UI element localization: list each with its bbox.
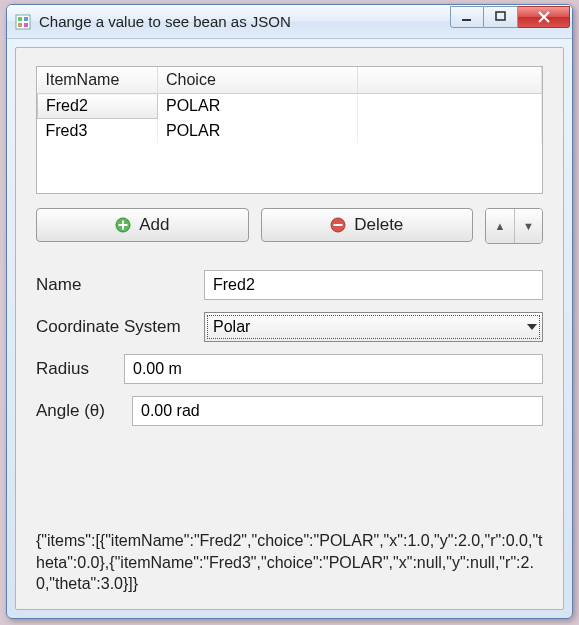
svg-rect-1 — [18, 17, 22, 21]
minimize-icon — [461, 11, 473, 23]
chevron-down-icon: ▼ — [523, 220, 534, 232]
add-button-label: Add — [139, 215, 169, 235]
svg-rect-3 — [18, 23, 22, 27]
svg-rect-5 — [462, 19, 471, 21]
app-icon — [15, 14, 31, 30]
add-button[interactable]: Add — [36, 208, 249, 242]
minimize-button[interactable] — [450, 6, 484, 28]
column-header-spacer — [358, 67, 542, 94]
svg-rect-4 — [24, 23, 28, 27]
name-field[interactable] — [204, 270, 543, 300]
column-header-choice[interactable]: Choice — [158, 67, 358, 94]
radius-field[interactable] — [124, 354, 543, 384]
form: Name Coordinate System Polar Radius Angl… — [36, 270, 543, 426]
cell-itemname[interactable]: Fred3 — [38, 119, 158, 144]
svg-rect-2 — [24, 17, 28, 21]
coordinate-system-select[interactable]: Polar — [204, 312, 543, 342]
add-icon — [115, 217, 131, 233]
delete-button[interactable]: Delete — [261, 208, 474, 242]
window-title: Change a value to see bean as JSON — [39, 13, 450, 30]
svg-rect-11 — [119, 224, 128, 226]
cell-choice[interactable]: POLAR — [158, 119, 358, 144]
chevron-down-icon — [527, 324, 537, 330]
coordinate-system-value: Polar — [213, 318, 250, 336]
cell-itemname[interactable]: Fred2 — [38, 94, 158, 119]
table-row[interactable]: Fred2 POLAR — [38, 94, 542, 119]
reorder-spinner: ▲ ▼ — [485, 208, 543, 244]
maximize-icon — [495, 11, 507, 23]
radius-label: Radius — [36, 359, 124, 379]
json-output: {"items":[{"itemName":"Fred2","choice":"… — [36, 530, 543, 595]
window-frame: Change a value to see bean as JSON Ite — [6, 4, 573, 619]
angle-field[interactable] — [132, 396, 543, 426]
column-header-itemname[interactable]: ItemName — [38, 67, 158, 94]
svg-rect-6 — [496, 12, 505, 20]
cell-choice[interactable]: POLAR — [158, 94, 358, 119]
close-icon — [537, 10, 551, 24]
items-table[interactable]: ItemName Choice Fred2 POLAR Fred3 POLAR — [36, 66, 543, 194]
move-up-button[interactable]: ▲ — [486, 209, 514, 243]
maximize-button[interactable] — [484, 6, 518, 28]
close-button[interactable] — [518, 6, 570, 28]
chevron-up-icon: ▲ — [495, 220, 506, 232]
move-down-button[interactable]: ▼ — [514, 209, 542, 243]
name-label: Name — [36, 275, 204, 295]
client-area: ItemName Choice Fred2 POLAR Fred3 POLAR — [15, 47, 564, 610]
coordinate-system-label: Coordinate System — [36, 317, 204, 337]
window-buttons — [450, 6, 570, 28]
angle-label: Angle (θ) — [36, 401, 132, 421]
delete-icon — [330, 217, 346, 233]
button-row: Add Delete ▲ ▼ — [36, 208, 543, 244]
delete-button-label: Delete — [354, 215, 403, 235]
svg-rect-13 — [334, 224, 343, 226]
table-row[interactable]: Fred3 POLAR — [38, 119, 542, 144]
titlebar[interactable]: Change a value to see bean as JSON — [7, 5, 572, 39]
